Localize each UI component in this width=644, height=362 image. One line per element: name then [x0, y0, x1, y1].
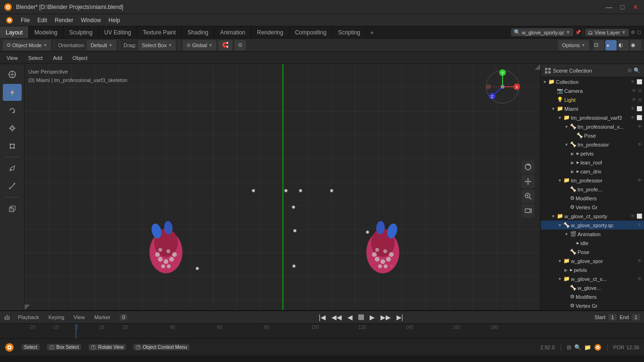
rotate-viewport-button[interactable] [521, 160, 535, 173]
mode-selector[interactable]: ⊙ Object Mode ▼ [3, 40, 51, 50]
tm-arm2-visibility[interactable]: 👁 [637, 142, 642, 147]
outliner-item-pose2[interactable]: 🦴 Pose [541, 247, 644, 256]
light-settings[interactable]: ⚙ [638, 97, 642, 102]
camera-settings[interactable]: ⚙ [638, 88, 642, 93]
solid-button[interactable]: ● [605, 40, 617, 50]
camera-view-button[interactable] [521, 204, 535, 217]
move-tool-button[interactable] [3, 84, 22, 101]
viewport-gizmo[interactable]: X Y Z [484, 68, 521, 106]
play-button[interactable]: ▶ [368, 313, 376, 321]
measure-tool-button[interactable] [3, 178, 22, 195]
minimize-button[interactable]: — [604, 2, 614, 12]
render-button[interactable]: ◉ [630, 40, 641, 50]
tab-texture-paint[interactable]: Texture Paint [137, 26, 182, 38]
sub-add-button[interactable]: Add [49, 53, 66, 63]
orientation-selector[interactable]: Default ▼ [87, 40, 116, 50]
menu-blender[interactable] [2, 16, 17, 25]
wireframe-button[interactable]: ⊡ [593, 40, 604, 50]
step-back-button[interactable]: ◀◀ [330, 313, 343, 321]
view-layer-selector[interactable]: 🗂 View Layer ▼ [585, 29, 629, 36]
glove-spor-visibility[interactable]: 👁 [637, 258, 642, 263]
camera-visibility[interactable]: 👁 [632, 88, 636, 93]
menu-file[interactable]: File [17, 16, 33, 25]
tab-scripting[interactable]: Scripting [332, 26, 366, 38]
view-layer-expand-icon[interactable]: ⬡ [637, 30, 641, 35]
stop-button[interactable] [358, 314, 364, 320]
outliner-item-glove-sporty[interactable]: ▼ 🦴 w_glove_sporty.qc 👁 [541, 221, 644, 230]
glove-ct-s-visibility[interactable]: 👁 [637, 276, 642, 281]
scene-selector[interactable]: 🔍 w_glove_sporty.qc ▼ [511, 28, 573, 36]
material-button[interactable]: ◐ [618, 40, 629, 50]
zoom-viewport-button[interactable] [521, 189, 535, 203]
outliner-item-glove-ct-s[interactable]: ▼ 📁 w_glove_ct_s... 👁 [541, 274, 644, 283]
view-layer-settings-icon[interactable]: ⚙ [631, 30, 635, 35]
viewport[interactable]: User Perspective (0) Miami | tm_professi… [25, 64, 540, 310]
outliner-item-animation[interactable]: ▼ 🎬 Animation [541, 230, 644, 239]
outliner-item-collection[interactable]: ▼ 📁 Collection 👁 ⬜ [541, 77, 644, 86]
tab-layout[interactable]: Layout [0, 26, 29, 38]
tab-rendering[interactable]: Rendering [251, 26, 289, 38]
glove-ct-render[interactable]: ⬜ [636, 214, 642, 219]
tm-col-render[interactable]: ⬜ [636, 115, 642, 120]
blender-taskbar-icon[interactable] [594, 344, 602, 351]
tm-col2-visibility[interactable]: 👁 [637, 178, 642, 183]
cursor-tool-button[interactable] [3, 66, 22, 83]
keying-button[interactable]: Keying [46, 313, 67, 321]
file-explorer-icon[interactable]: 📁 [584, 344, 591, 351]
menu-render[interactable]: Render [51, 16, 77, 25]
add-cube-tool-button[interactable] [3, 200, 22, 217]
tl-view-button[interactable]: View [71, 313, 88, 321]
scale-tool-button[interactable] [3, 120, 22, 137]
glove-ct-visibility[interactable]: 👁 [630, 214, 635, 219]
miami-visibility[interactable]: 👁 [630, 106, 635, 111]
sub-object-button[interactable]: Object [69, 53, 91, 63]
tm-col-visibility[interactable]: 👁 [630, 115, 635, 120]
outliner-item-modifiers1[interactable]: ⚙ Modifiers [541, 194, 644, 203]
tab-add-button[interactable]: + [366, 27, 378, 38]
close-button[interactable]: ✕ [631, 2, 640, 12]
outliner-item-tm-col2[interactable]: ▼ 📁 tm_professior 👁 [541, 176, 644, 185]
outliner-item-pelvis1[interactable]: ▶ ▸ pelvis [541, 149, 644, 158]
pan-viewport-button[interactable] [521, 175, 535, 188]
snap-button[interactable]: 🧲 [218, 40, 232, 50]
outliner-item-cam-driv[interactable]: ▶ ▸ cam_driv [541, 167, 644, 176]
outliner-item-tm-arm[interactable]: ▼ 🦴 tm_professional_v... 👁 [541, 122, 644, 131]
playback-button[interactable]: Playback [15, 313, 42, 321]
outliner-item-miami[interactable]: ▼ 📁 Miami 👁 ⬜ [541, 104, 644, 113]
search-icon[interactable]: 🔍 [574, 344, 581, 351]
outliner-item-tm-col[interactable]: ▼ 📁 tm_professional_varf3 👁 ⬜ [541, 113, 644, 122]
maximize-button[interactable]: □ [618, 2, 627, 12]
proportional-button[interactable]: ⊙ [234, 40, 246, 50]
outliner-item-lean-roof[interactable]: ▶ ▸ lean_roof [541, 158, 644, 167]
tab-modeling[interactable]: Modeling [29, 26, 64, 38]
outliner-item-camera[interactable]: 📷 Camera 👁 ⚙ [541, 86, 644, 95]
start-frame-input[interactable]: 1 [608, 314, 617, 321]
options-button[interactable]: Options ▼ [558, 40, 589, 50]
sub-select-button[interactable]: Select [25, 53, 47, 63]
jump-end-button[interactable]: ▶| [395, 313, 405, 321]
start-menu-icon[interactable]: ⊞ [567, 344, 571, 351]
pivot-selector[interactable]: ⊙ Global ▼ [183, 40, 216, 50]
miami-render[interactable]: ⬜ [636, 106, 642, 111]
outliner-filter-icon[interactable]: ⊙ [627, 67, 632, 74]
scene-pin-icon[interactable]: 📌 [575, 30, 581, 35]
outliner-item-tm-arm2[interactable]: ▼ 🦴 tm_professior 👁 [541, 140, 644, 149]
outliner-item-tm-profe[interactable]: 🦴 tm_profe... [541, 185, 644, 194]
timeline-ruler[interactable]: -20 -10 0 10 20 40 60 80 100 120 140 160… [0, 324, 644, 338]
viewport-corner[interactable] [535, 64, 540, 70]
outliner-search-icon[interactable]: 🔍 [634, 67, 640, 74]
annotate-tool-button[interactable] [3, 160, 22, 177]
glove-sporty-visibility[interactable]: 👁 [637, 222, 642, 228]
tab-animation[interactable]: Animation [215, 26, 251, 38]
outliner-item-vgroups1[interactable]: ⚙ Vertex Gr [541, 203, 644, 212]
transform-tool-button[interactable] [3, 138, 22, 155]
outliner-item-pelvis2[interactable]: ▶ ▸ pelvis [541, 265, 644, 274]
rotate-tool-button[interactable] [3, 102, 22, 119]
outliner-item-vgroups2[interactable]: ⚙ Vertex Gr [541, 301, 644, 310]
collection-arrow[interactable]: ▼ [543, 80, 548, 84]
outliner-item-glove-ct[interactable]: ▼ 📁 w_glove_ct_sporty 👁 ⬜ [541, 212, 644, 221]
current-frame-input[interactable]: 0 [120, 314, 127, 321]
outliner-item-light[interactable]: 💡 Light 👁 ⚙ [541, 95, 644, 104]
outliner-item-glove-spor[interactable]: ▼ 📁 w_glove_spor 👁 [541, 256, 644, 265]
step-forward-button[interactable]: ▶▶ [379, 313, 392, 321]
